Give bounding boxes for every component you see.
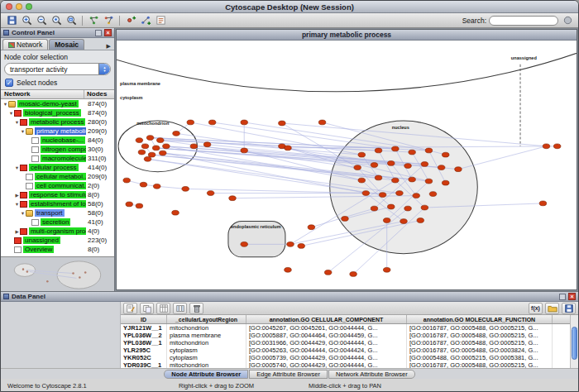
network-node[interactable]	[173, 131, 180, 136]
network-node[interactable]	[152, 146, 160, 151]
network-node[interactable]	[156, 138, 164, 143]
annotation-icon[interactable]	[154, 14, 167, 26]
column-settings-icon[interactable]	[173, 303, 187, 314]
network-node[interactable]	[404, 164, 412, 169]
delete-attribute-icon[interactable]	[189, 303, 203, 314]
tree-row[interactable]: cell communicat...2(0)	[1, 181, 114, 190]
network-node[interactable]	[190, 144, 198, 149]
table-column-header[interactable]: ID	[121, 315, 167, 323]
create-attribute-icon[interactable]	[123, 303, 137, 314]
tree-row[interactable]: ▼primary metabolic...209(0)	[1, 127, 114, 136]
zoom-in-icon[interactable]	[20, 14, 33, 26]
network-node[interactable]	[388, 204, 395, 209]
network-node[interactable]	[383, 218, 390, 223]
network-node[interactable]	[358, 178, 366, 183]
node-color-combobox[interactable]: transporter activity ▲ ▼	[4, 63, 111, 75]
tree-row[interactable]: unassigned223(0)	[1, 236, 114, 245]
formula-builder-button[interactable]: f(x)	[529, 303, 543, 314]
tab-mosaic[interactable]: Mosaic	[49, 39, 84, 50]
network-node[interactable]	[208, 120, 216, 125]
network-node[interactable]	[160, 151, 167, 155]
network-node[interactable]	[388, 161, 395, 166]
minimize-window-button[interactable]	[16, 3, 22, 10]
network-node[interactable]	[400, 219, 408, 224]
network-node[interactable]	[318, 120, 326, 125]
network-node[interactable]	[350, 272, 357, 277]
network-node[interactable]	[425, 148, 433, 153]
tree-row[interactable]: macromolecule...311(0)	[1, 154, 114, 163]
network-node[interactable]	[241, 241, 248, 246]
tree-row[interactable]: ▼metabolic process280(0)	[1, 117, 114, 127]
network-navigator[interactable]	[1, 256, 114, 291]
network-node[interactable]	[354, 165, 361, 170]
tree-row[interactable]: Overview8(0)	[1, 245, 114, 254]
network-node[interactable]	[442, 152, 449, 157]
network-node[interactable]	[148, 152, 156, 157]
tree-expander-icon[interactable]: ▼	[14, 120, 20, 125]
network-node[interactable]	[136, 203, 143, 208]
search-options-button[interactable]	[561, 14, 574, 26]
network-node[interactable]	[324, 270, 332, 275]
network-node[interactable]	[123, 178, 131, 183]
tree-expander-icon[interactable]: ▶	[14, 193, 20, 198]
network-node[interactable]	[371, 163, 378, 168]
network-node[interactable]	[285, 146, 292, 151]
tree-row[interactable]: nitrogen compou...30(0)	[1, 145, 114, 154]
network-node[interactable]	[421, 205, 428, 210]
table-row[interactable]: YPL036W__2plasma membrane[GO:0005887, GO…	[121, 332, 578, 339]
tree-row[interactable]: ▶multi-organism proc...4(0)	[1, 227, 114, 236]
tree-row[interactable]: secretion41(0)	[1, 218, 114, 227]
network-node[interactable]	[409, 177, 416, 182]
tree-row[interactable]: ▼cellular process414(0)	[1, 163, 114, 172]
network-node[interactable]	[144, 156, 151, 161]
network-node[interactable]	[539, 201, 547, 206]
network-node[interactable]	[429, 192, 437, 197]
tree-row[interactable]: ▼biological_process874(0)	[1, 108, 114, 117]
network-node[interactable]	[229, 196, 237, 201]
table-row[interactable]: YPL036W__1mitochondrion[GO:0031966, GO:0…	[121, 339, 578, 347]
scrollbar-thumb[interactable]	[572, 327, 577, 360]
tree-header-network[interactable]: Network	[1, 90, 84, 98]
zoom-fit-icon[interactable]	[65, 14, 78, 26]
tree-row[interactable]: ▼transport58(0)	[1, 208, 114, 218]
zoom-window-button[interactable]	[26, 3, 32, 10]
add-edge-icon[interactable]	[139, 14, 152, 26]
close-panel-button[interactable]: ×	[568, 293, 576, 300]
network-node[interactable]	[553, 144, 561, 149]
table-row[interactable]: YKR052Ccytoplasm[GO:0005739, GO:0044429,…	[121, 354, 578, 361]
data-panel-titlebar[interactable]: Data Panel ×	[1, 292, 578, 302]
zoom-selected-icon[interactable]	[50, 14, 63, 26]
tree-row[interactable]: ▼mosaic-demo-yeast874(0)	[1, 99, 114, 108]
table-column-header[interactable]: annotation.GO CELLULAR_COMPONENT	[246, 315, 407, 323]
tree-expander-icon[interactable]: ▼	[20, 129, 26, 134]
network-node[interactable]	[421, 162, 428, 167]
tree-expander-icon[interactable]: ▶	[14, 229, 20, 234]
network-node[interactable]	[375, 148, 382, 153]
tree-header-nodes[interactable]: Nodes	[84, 90, 114, 98]
network-node[interactable]	[187, 120, 194, 125]
network-node[interactable]	[182, 186, 189, 191]
network-node[interactable]	[417, 218, 424, 223]
float-panel-button[interactable]	[559, 294, 566, 300]
network-node[interactable]	[413, 194, 420, 198]
network-node[interactable]	[409, 150, 416, 155]
network-node[interactable]	[375, 175, 382, 180]
network-node[interactable]	[425, 179, 433, 184]
tree-row[interactable]: ▶response to stimulus8(0)	[1, 190, 114, 199]
network-graph[interactable]: plasma membranecytoplasmmitochondrionnuc…	[117, 41, 577, 289]
network-node[interactable]	[163, 144, 170, 149]
save-session-icon[interactable]	[5, 14, 18, 26]
network-node[interactable]	[308, 225, 315, 230]
tab-node-attribute-browser[interactable]: Node Attribute Browser	[164, 370, 248, 379]
close-window-button[interactable]	[6, 3, 12, 10]
table-header[interactable]: ID_cellularLayoutRegionannotation.GO CEL…	[121, 315, 578, 324]
tree-row[interactable]: ▼establishment of lo...58(0)	[1, 199, 114, 208]
network-node[interactable]	[392, 146, 400, 151]
add-node-icon[interactable]	[124, 14, 137, 26]
network-node[interactable]	[146, 136, 154, 141]
network-node[interactable]	[241, 148, 248, 153]
network-node[interactable]	[207, 191, 214, 196]
network-node[interactable]	[285, 267, 292, 272]
tree-row[interactable]: nucleobase-...84(0)	[1, 136, 114, 145]
table-row[interactable]: YLR295Ccytoplasm[GO:0045263, GO:0044444,…	[121, 347, 578, 354]
